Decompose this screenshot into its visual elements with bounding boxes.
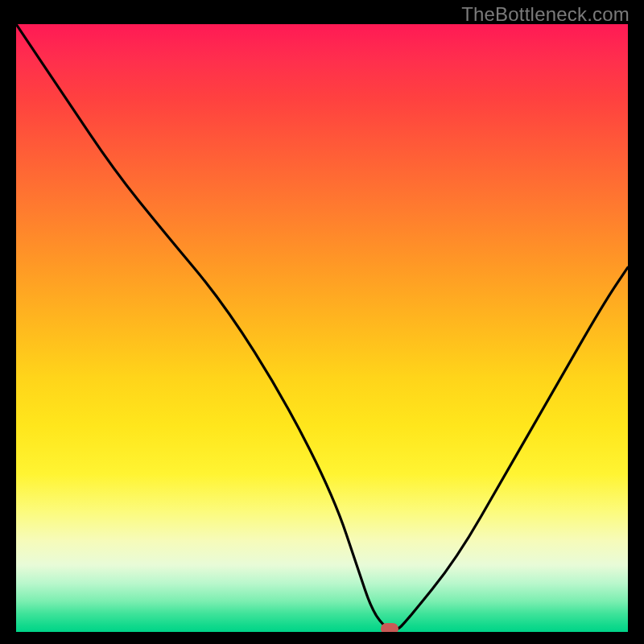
watermark-text: TheBottleneck.com bbox=[461, 3, 630, 26]
plot-area bbox=[16, 24, 628, 632]
optimal-point-marker bbox=[381, 623, 398, 632]
curve-svg bbox=[16, 24, 628, 632]
bottleneck-curve bbox=[16, 24, 628, 630]
chart-container: TheBottleneck.com bbox=[0, 0, 644, 644]
